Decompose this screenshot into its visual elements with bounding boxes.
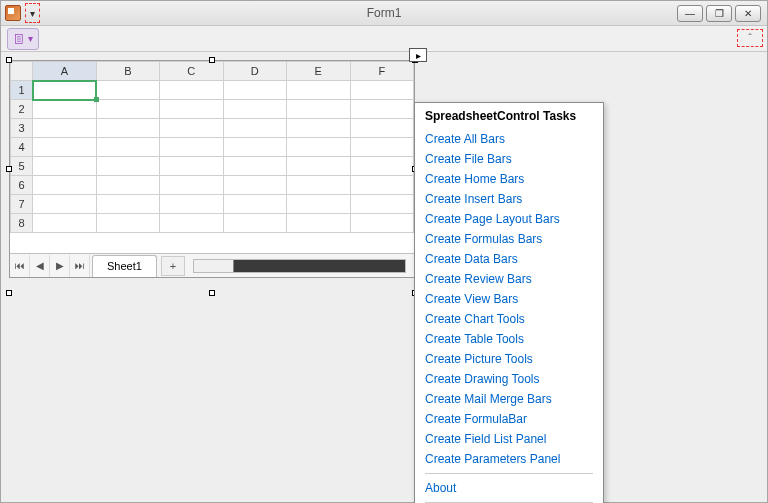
cell[interactable] bbox=[223, 100, 286, 119]
col-header[interactable]: B bbox=[96, 62, 159, 81]
cell[interactable] bbox=[287, 138, 350, 157]
minimize-button[interactable]: — bbox=[677, 5, 703, 22]
cell[interactable] bbox=[96, 157, 159, 176]
cell[interactable] bbox=[287, 119, 350, 138]
col-header[interactable]: A bbox=[33, 62, 96, 81]
row-header[interactable]: 7 bbox=[11, 195, 33, 214]
cell[interactable] bbox=[33, 81, 96, 100]
task-link[interactable]: About bbox=[425, 478, 593, 498]
cell[interactable] bbox=[350, 157, 414, 176]
cell[interactable] bbox=[33, 195, 96, 214]
task-link[interactable]: Create Data Bars bbox=[425, 249, 593, 269]
col-header[interactable]: D bbox=[223, 62, 286, 81]
task-link[interactable]: Create File Bars bbox=[425, 149, 593, 169]
task-link[interactable]: Create Drawing Tools bbox=[425, 369, 593, 389]
task-link[interactable]: Create All Bars bbox=[425, 129, 593, 149]
row-header[interactable]: 3 bbox=[11, 119, 33, 138]
task-link[interactable]: Create View Bars bbox=[425, 289, 593, 309]
maximize-button[interactable]: ❐ bbox=[706, 5, 732, 22]
cell[interactable] bbox=[223, 157, 286, 176]
cell[interactable] bbox=[287, 176, 350, 195]
task-link[interactable]: Create Chart Tools bbox=[425, 309, 593, 329]
cell[interactable] bbox=[160, 195, 223, 214]
task-link[interactable]: Create Mail Merge Bars bbox=[425, 389, 593, 409]
cell[interactable] bbox=[287, 214, 350, 233]
spreadsheet-control[interactable]: A B C D E F 1 2 3 4 5 6 7 bbox=[9, 60, 415, 278]
row-header[interactable]: 5 bbox=[11, 157, 33, 176]
cell[interactable] bbox=[223, 195, 286, 214]
row-header[interactable]: 6 bbox=[11, 176, 33, 195]
cell[interactable] bbox=[160, 81, 223, 100]
resize-handle[interactable] bbox=[6, 57, 12, 63]
task-link[interactable]: Create Insert Bars bbox=[425, 189, 593, 209]
cell[interactable] bbox=[160, 119, 223, 138]
cell[interactable] bbox=[287, 195, 350, 214]
qat-dropdown-icon[interactable]: ▾ bbox=[30, 8, 35, 19]
cell[interactable] bbox=[96, 195, 159, 214]
cell[interactable] bbox=[223, 81, 286, 100]
cell[interactable] bbox=[350, 138, 414, 157]
cell[interactable] bbox=[96, 138, 159, 157]
smart-tag-button[interactable]: ▸ bbox=[409, 48, 427, 62]
cell[interactable] bbox=[96, 100, 159, 119]
row-header[interactable]: 8 bbox=[11, 214, 33, 233]
cell[interactable] bbox=[33, 138, 96, 157]
task-link[interactable]: Create Parameters Panel bbox=[425, 449, 593, 469]
cell[interactable] bbox=[33, 100, 96, 119]
resize-handle[interactable] bbox=[209, 57, 215, 63]
col-header[interactable]: C bbox=[160, 62, 223, 81]
add-sheet-button[interactable]: + bbox=[161, 256, 185, 276]
cell[interactable] bbox=[33, 214, 96, 233]
resize-handle[interactable] bbox=[209, 290, 215, 296]
close-button[interactable]: ✕ bbox=[735, 5, 761, 22]
cell[interactable] bbox=[287, 157, 350, 176]
task-link[interactable]: Create Picture Tools bbox=[425, 349, 593, 369]
task-link[interactable]: Create Page Layout Bars bbox=[425, 209, 593, 229]
row-header[interactable]: 4 bbox=[11, 138, 33, 157]
task-link[interactable]: Create Home Bars bbox=[425, 169, 593, 189]
row-header[interactable]: 1 bbox=[11, 81, 33, 100]
cell[interactable] bbox=[160, 176, 223, 195]
file-tab[interactable]: ▾ bbox=[7, 28, 39, 50]
horizontal-scrollbar[interactable] bbox=[193, 259, 406, 273]
cell[interactable] bbox=[96, 81, 159, 100]
scrollbar-thumb[interactable] bbox=[194, 260, 234, 272]
cell[interactable] bbox=[160, 138, 223, 157]
cell[interactable] bbox=[33, 157, 96, 176]
cell[interactable] bbox=[223, 138, 286, 157]
cell[interactable] bbox=[223, 214, 286, 233]
chevron-up-icon[interactable]: ˆ bbox=[748, 32, 752, 44]
cell[interactable] bbox=[350, 119, 414, 138]
cell[interactable] bbox=[350, 214, 414, 233]
nav-next-button[interactable]: ▶ bbox=[50, 255, 70, 277]
select-all-corner[interactable] bbox=[11, 62, 33, 81]
nav-first-button[interactable]: ⏮ bbox=[10, 255, 30, 277]
task-link[interactable]: Create FormulaBar bbox=[425, 409, 593, 429]
nav-last-button[interactable]: ⏭ bbox=[70, 255, 90, 277]
cell[interactable] bbox=[223, 119, 286, 138]
cell[interactable] bbox=[160, 214, 223, 233]
spreadsheet-control-selection[interactable]: ▸ A B C D E F 1 2 bbox=[9, 60, 415, 278]
grid-area[interactable]: A B C D E F 1 2 3 4 5 6 7 bbox=[10, 61, 414, 253]
sheet-tab[interactable]: Sheet1 bbox=[92, 255, 157, 277]
cell[interactable] bbox=[350, 100, 414, 119]
cell[interactable] bbox=[350, 195, 414, 214]
task-link[interactable]: Create Field List Panel bbox=[425, 429, 593, 449]
task-link[interactable]: Create Formulas Bars bbox=[425, 229, 593, 249]
cell[interactable] bbox=[350, 176, 414, 195]
task-link[interactable]: Create Table Tools bbox=[425, 329, 593, 349]
cell[interactable] bbox=[96, 214, 159, 233]
task-link[interactable]: Create Review Bars bbox=[425, 269, 593, 289]
cell[interactable] bbox=[96, 176, 159, 195]
cell[interactable] bbox=[287, 100, 350, 119]
cell[interactable] bbox=[287, 81, 350, 100]
col-header[interactable]: F bbox=[350, 62, 414, 81]
cell[interactable] bbox=[223, 176, 286, 195]
designer-surface[interactable]: ▸ A B C D E F 1 2 bbox=[1, 52, 767, 502]
cell[interactable] bbox=[33, 119, 96, 138]
nav-prev-button[interactable]: ◀ bbox=[30, 255, 50, 277]
col-header[interactable]: E bbox=[287, 62, 350, 81]
resize-handle[interactable] bbox=[6, 290, 12, 296]
cell[interactable] bbox=[160, 157, 223, 176]
cell[interactable] bbox=[33, 176, 96, 195]
